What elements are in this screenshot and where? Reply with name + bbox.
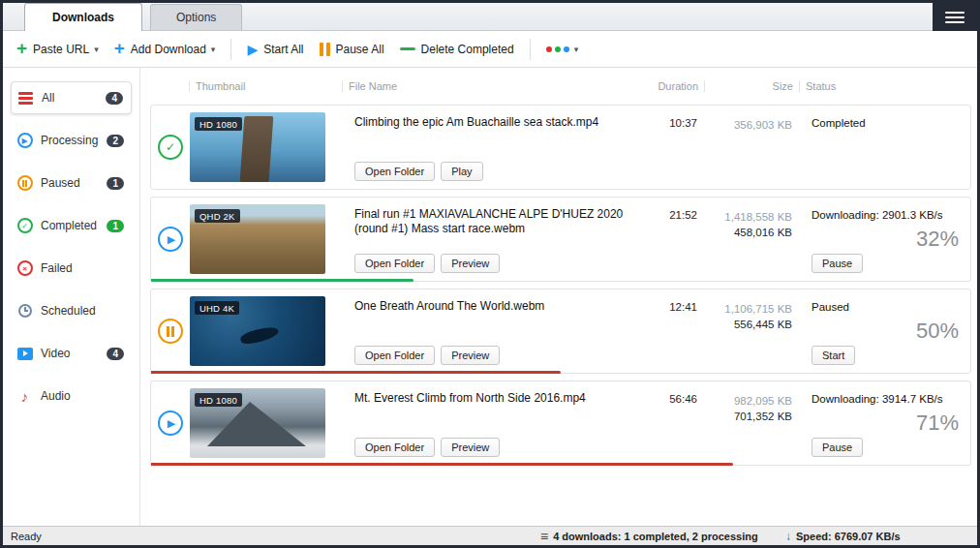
sidebar: All 4 ▶ Processing 2 Paused 1 ✓ Complete… xyxy=(3,68,140,526)
list-header: Thumbnail File Name Duration Size Status xyxy=(150,74,971,99)
progress-percent: 32% xyxy=(916,227,959,252)
sidebar-item-completed[interactable]: ✓ Completed 1 xyxy=(11,209,132,242)
sidebar-item-all[interactable]: All 4 xyxy=(11,81,132,114)
menu-button[interactable] xyxy=(933,3,977,31)
download-row-3: UHD 4K One Breath Around The World.webm … xyxy=(150,289,971,374)
sidebar-item-scheduled[interactable]: Scheduled xyxy=(11,294,132,327)
video-icon xyxy=(17,348,33,360)
open-folder-button[interactable]: Open Folder xyxy=(354,162,435,181)
video-thumbnail[interactable]: UHD 4K xyxy=(190,296,325,366)
duration: 10:37 xyxy=(633,106,703,189)
download-list: Thumbnail File Name Duration Size Status… xyxy=(140,68,977,526)
sidebar-item-label: Audio xyxy=(41,389,71,403)
sidebar-item-label: Scheduled xyxy=(41,304,96,318)
downloading-icon: ▶ xyxy=(158,227,183,252)
plus-icon: + xyxy=(114,39,125,57)
sidebar-item-audio[interactable]: ♪ Audio xyxy=(11,380,132,412)
preview-button[interactable]: Preview xyxy=(441,438,500,457)
sidebar-item-paused[interactable]: Paused 1 xyxy=(11,167,132,199)
start-all-button[interactable]: ▶ Start All xyxy=(247,42,303,57)
header-duration: Duration xyxy=(634,80,704,92)
open-folder-button[interactable]: Open Folder xyxy=(354,254,435,273)
sidebar-item-label: Paused xyxy=(41,176,80,190)
duration: 21:52 xyxy=(633,198,703,281)
music-note-icon: ♪ xyxy=(21,389,29,404)
chevron-down-icon[interactable]: ▾ xyxy=(94,45,99,54)
size-done: 458,016 KB xyxy=(703,225,792,240)
status-text: Downloading: 2901.3 KB/s xyxy=(812,209,961,221)
chevron-down-icon[interactable]: ▾ xyxy=(574,45,579,54)
progress-percent: 50% xyxy=(916,319,959,344)
download-row-1: ✓ HD 1080 Climbing the epic Am Buachaill… xyxy=(150,105,971,190)
pause-circle-icon xyxy=(17,175,33,191)
quality-badge: UHD 4K xyxy=(195,301,239,315)
pause-button[interactable]: Pause xyxy=(812,254,863,273)
add-download-label: Add Download xyxy=(131,43,206,56)
list-grid-icon xyxy=(18,92,33,105)
delete-completed-button[interactable]: Delete Completed xyxy=(400,43,514,56)
open-folder-button[interactable]: Open Folder xyxy=(354,346,435,365)
progress-percent: 71% xyxy=(916,411,959,436)
play-button[interactable]: Play xyxy=(441,162,482,181)
minus-icon xyxy=(400,47,415,50)
count-badge: 1 xyxy=(107,177,124,190)
sidebar-item-failed[interactable]: × Failed xyxy=(11,252,132,285)
count-badge: 1 xyxy=(107,220,124,232)
quality-badge: HD 1080 xyxy=(195,117,242,131)
sidebar-item-label: All xyxy=(42,91,54,105)
open-folder-button[interactable]: Open Folder xyxy=(354,438,435,457)
header-thumbnail: Thumbnail xyxy=(189,80,342,92)
progress-line xyxy=(151,371,561,374)
status-text: Completed xyxy=(812,117,961,129)
pause-button[interactable]: Pause xyxy=(812,438,863,457)
sidebar-item-processing[interactable]: ▶ Processing 2 xyxy=(11,124,132,157)
preview-button[interactable]: Preview xyxy=(441,254,500,273)
size-total: 982,095 KB xyxy=(703,393,792,409)
download-row-4: ▶ HD 1080 Mt. Everest Climb from North S… xyxy=(150,381,971,466)
add-download-button[interactable]: + Add Download ▾ xyxy=(114,41,216,57)
file-name: Final run #1 MAXIAVALANCHE ALPE D'HUEZ 2… xyxy=(354,207,626,236)
video-thumbnail[interactable]: QHD 2K xyxy=(190,204,325,274)
video-thumbnail[interactable]: HD 1080 xyxy=(190,112,325,182)
header-size: Size xyxy=(704,80,799,92)
download-arrow-icon: ↓ xyxy=(785,530,791,543)
toolbar-separator xyxy=(230,39,231,60)
tab-options[interactable]: Options xyxy=(150,4,242,30)
title-bar: Downloads Options xyxy=(3,3,977,31)
speed-text: Speed: 6769.07 KB/s xyxy=(796,531,901,542)
tab-downloads[interactable]: Downloads xyxy=(24,3,142,31)
download-row-2: ▶ QHD 2K Final run #1 MAXIAVALANCHE ALPE… xyxy=(150,197,971,282)
app-window: Downloads Options + Paste URL ▾ + Add Do… xyxy=(0,0,980,548)
preview-button[interactable]: Preview xyxy=(441,346,500,365)
start-all-label: Start All xyxy=(263,43,303,56)
list-icon: ≡ xyxy=(540,530,548,543)
size-done: 556,445 KB xyxy=(703,317,792,332)
sidebar-item-label: Processing xyxy=(41,134,98,147)
size-done: 701,352 KB xyxy=(703,409,792,424)
count-badge: 4 xyxy=(107,348,124,360)
rows-container: ✓ HD 1080 Climbing the epic Am Buachaill… xyxy=(150,105,971,466)
count-badge: 2 xyxy=(107,135,124,147)
pause-all-button[interactable]: Pause All xyxy=(320,43,384,56)
pause-icon xyxy=(320,43,330,56)
duration: 56:46 xyxy=(633,381,703,465)
video-thumbnail[interactable]: HD 1080 xyxy=(190,388,325,458)
paste-url-button[interactable]: + Paste URL ▾ xyxy=(16,41,99,57)
toolbar-separator xyxy=(530,39,531,60)
paste-url-label: Paste URL xyxy=(33,43,89,56)
sidebar-item-video[interactable]: Video 4 xyxy=(11,337,132,370)
sidebar-item-label: Failed xyxy=(41,261,73,275)
size-total: 1,418,558 KB xyxy=(703,209,792,225)
downloads-summary: 4 downloads: 1 completed, 2 processing xyxy=(553,531,758,542)
quality-badge: HD 1080 xyxy=(195,393,242,407)
progress-line xyxy=(151,463,733,466)
duration: 12:41 xyxy=(633,289,703,373)
header-file-name: File Name xyxy=(342,80,634,92)
size-total: 356,903 KB xyxy=(703,117,792,133)
start-button[interactable]: Start xyxy=(812,346,855,365)
chevron-down-icon[interactable]: ▾ xyxy=(211,45,216,54)
delete-completed-label: Delete Completed xyxy=(421,43,514,56)
play-icon: ▶ xyxy=(247,42,258,57)
status-text: Paused xyxy=(812,301,961,313)
more-menu-button[interactable]: ▾ xyxy=(546,45,579,54)
